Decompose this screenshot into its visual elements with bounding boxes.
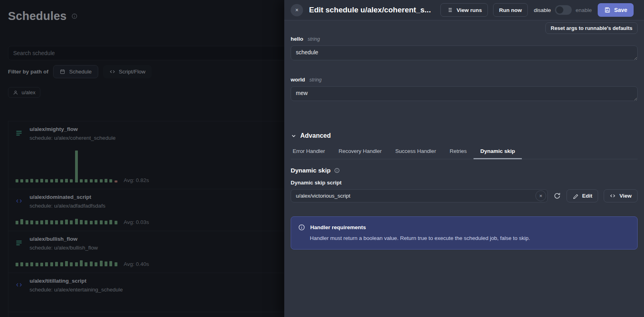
arg-name: hello (291, 36, 303, 42)
tab-recovery-handler[interactable]: Recovery Handler (332, 145, 388, 159)
run-now-button[interactable]: Run now (493, 3, 528, 17)
dynamic-skip-script-label: Dynamic skip script (291, 180, 638, 186)
pencil-icon (573, 193, 579, 199)
clear-script-button[interactable]: × (535, 190, 546, 201)
view-runs-button[interactable]: View runs (440, 3, 488, 17)
refresh-button[interactable] (553, 192, 561, 200)
reset-args-button[interactable]: Reset args to runnable's defaults (545, 22, 638, 34)
enable-label: enable (576, 7, 592, 13)
dynamic-skip-script-input[interactable] (291, 189, 548, 202)
save-icon (604, 7, 610, 13)
refresh-icon (553, 192, 561, 200)
drawer-header: × Edit schedule u/alex/coherent_s... Vie… (284, 0, 644, 20)
enable-toggle[interactable] (555, 5, 572, 15)
tab-retries[interactable]: Retries (443, 145, 474, 159)
toggle-knob (556, 6, 563, 14)
arg-name: world (291, 77, 305, 83)
dynamic-skip-title: Dynamic skip (291, 167, 331, 174)
arg-type: string (308, 36, 320, 42)
arg-input[interactable]: mew (291, 86, 638, 101)
code-icon (610, 193, 616, 199)
edit-schedule-drawer: × Edit schedule u/alex/coherent_s... Vie… (284, 0, 644, 317)
args-fields: hello string schedule world string mew (291, 36, 638, 103)
advanced-section-toggle[interactable]: Advanced (291, 132, 638, 139)
arg-field: hello string schedule (291, 36, 638, 62)
tab-error-handler[interactable]: Error Handler (291, 145, 332, 159)
chevron-down-icon (291, 133, 297, 139)
disable-label: disable (534, 7, 551, 13)
save-button[interactable]: Save (598, 3, 634, 17)
infobox-title: Handler requirements (310, 224, 366, 230)
close-icon: × (539, 193, 543, 199)
info-icon[interactable] (334, 168, 340, 173)
drawer-body: Reset args to runnable's defaults hello … (284, 20, 644, 317)
close-button[interactable]: × (291, 4, 303, 16)
arg-input[interactable]: schedule (291, 46, 638, 60)
arg-field: world string mew (291, 77, 638, 103)
view-script-button[interactable]: View (604, 189, 638, 202)
arg-type: string (309, 77, 322, 83)
infobox-body: Handler must return a boolean value. Ret… (310, 235, 630, 241)
close-icon: × (295, 7, 298, 13)
edit-script-button[interactable]: Edit (567, 189, 598, 202)
advanced-tabs: Error HandlerRecovery HandlerSuccess Han… (291, 145, 638, 159)
tab-success-handler[interactable]: Success Handler (388, 145, 443, 159)
tab-dynamic-skip[interactable]: Dynamic skip (474, 145, 522, 159)
info-icon (298, 224, 305, 231)
handler-requirements-infobox: Handler requirements Handler must return… (291, 216, 638, 250)
drawer-title: Edit schedule u/alex/coherent_s... (309, 6, 431, 14)
list-icon (446, 7, 453, 13)
